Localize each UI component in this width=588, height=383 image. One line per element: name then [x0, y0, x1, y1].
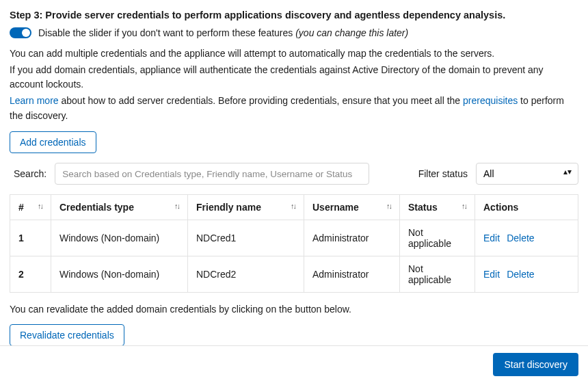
feature-toggle[interactable]	[10, 27, 31, 38]
header-status-label: Status	[408, 202, 438, 213]
header-num-label: #	[18, 202, 24, 213]
edit-link[interactable]: Edit	[483, 233, 500, 243]
toggle-paren: (you can change this later)	[295, 27, 408, 38]
toggle-text: Disable the slider if you don't want to …	[38, 27, 295, 38]
sort-icon[interactable]: ↑↓	[386, 202, 391, 210]
add-credentials-button[interactable]: Add credentials	[10, 131, 96, 153]
sort-icon[interactable]: ↑↓	[174, 202, 179, 210]
header-type-label: Credentials type	[59, 202, 134, 213]
header-user: Username↑↓	[304, 195, 400, 220]
filter-status-label: Filter status	[418, 168, 468, 179]
row-num: 1	[18, 233, 24, 243]
controls-row: Search: Filter status All ▴▾	[10, 163, 578, 185]
cell-friendly: NDCred1	[188, 220, 304, 256]
intro-line-1: You can add multiple credentials and the…	[10, 47, 578, 62]
search-label: Search:	[14, 168, 46, 179]
feature-toggle-text: Disable the slider if you don't want to …	[38, 27, 408, 38]
cell-actions: EditDelete	[475, 220, 578, 256]
start-discovery-button[interactable]: Start discovery	[493, 353, 578, 376]
bottom-bar: Start discovery	[0, 345, 588, 383]
table-row: 2 Windows (Non-domain) NDCred2 Administr…	[10, 256, 578, 293]
prerequisites-link[interactable]: prerequisites	[463, 95, 518, 106]
intro-line-2: If you add domain credentials, appliance…	[10, 63, 578, 92]
header-friendly-label: Friendly name	[196, 202, 261, 213]
table-row: 1 Windows (Non-domain) NDCred1 Administr…	[10, 220, 578, 256]
header-status: Status↑↓	[400, 195, 475, 220]
search-input[interactable]	[55, 163, 369, 185]
row-num: 2	[18, 269, 24, 280]
step-title: Step 3: Provide server credentials to pe…	[10, 10, 578, 21]
learn-more-credentials-link[interactable]: Learn more	[10, 95, 59, 106]
cell-friendly: NDCred2	[188, 256, 304, 293]
table-header-row: #↑↓ Credentials type↑↓ Friendly name↑↓ U…	[10, 195, 578, 220]
sort-icon[interactable]: ↑↓	[462, 202, 466, 210]
intro-3a: about how to add server credentials. Bef…	[59, 95, 463, 106]
edit-link[interactable]: Edit	[483, 269, 500, 280]
cell-status: Not applicable	[400, 220, 475, 256]
sort-icon[interactable]: ↑↓	[291, 202, 295, 210]
filter-status-select-wrap: All ▴▾	[476, 163, 578, 185]
header-user-label: Username	[312, 202, 359, 213]
cell-actions: EditDelete	[475, 256, 578, 293]
sort-icon[interactable]: ↑↓	[38, 202, 42, 210]
filter-status-select[interactable]: All	[476, 163, 578, 185]
credentials-table: #↑↓ Credentials type↑↓ Friendly name↑↓ U…	[10, 194, 578, 293]
header-friendly: Friendly name↑↓	[188, 195, 304, 220]
cell-type: Windows (Non-domain)	[51, 220, 188, 256]
header-num: #↑↓	[10, 195, 51, 220]
cell-status: Not applicable	[400, 256, 475, 293]
cell-num: 1	[10, 220, 51, 256]
feature-toggle-row: Disable the slider if you don't want to …	[10, 27, 578, 38]
revalidate-credentials-button[interactable]: Revalidate credentials	[10, 324, 124, 346]
delete-link[interactable]: Delete	[507, 233, 534, 243]
revalidate-text: You can revalidate the added domain cred…	[10, 302, 578, 317]
cell-user: Administrator	[304, 256, 400, 293]
header-actions: Actions	[475, 195, 578, 220]
header-type: Credentials type↑↓	[51, 195, 188, 220]
cell-num: 2	[10, 256, 51, 293]
intro-line-3: Learn more about how to add server crede…	[10, 94, 578, 123]
cell-user: Administrator	[304, 220, 400, 256]
delete-link[interactable]: Delete	[507, 269, 534, 280]
cell-type: Windows (Non-domain)	[51, 256, 188, 293]
